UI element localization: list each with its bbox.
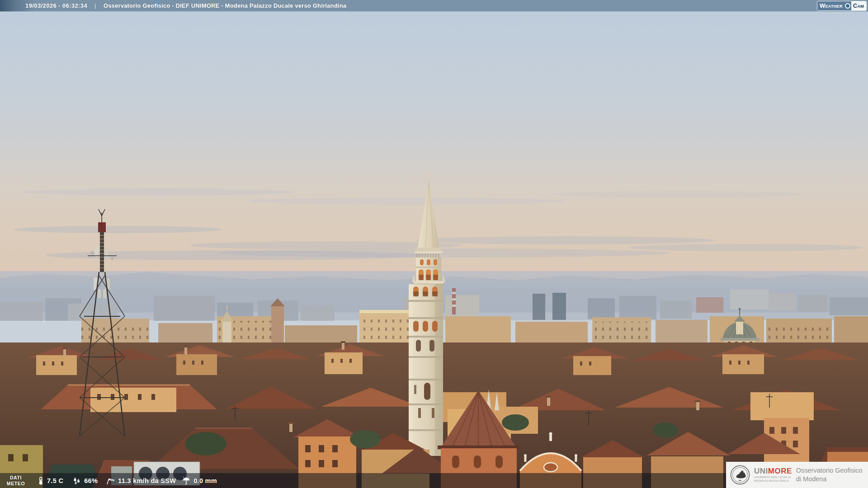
wind-reading: 11.3 km/h da SSW [105, 477, 176, 485]
umbrella-icon [182, 476, 191, 485]
unimore-brand-box: UNIMORE UNIVERSITÀ DEGLI STUDI DI MODENA… [726, 462, 868, 488]
top-bar: 19/03/2026 - 06:32:34 | Osservatorio Geo… [0, 0, 868, 12]
temperature-reading: 7.5 C [37, 476, 63, 485]
webcam-scene [0, 0, 868, 488]
camera-lens-icon [844, 1, 851, 10]
humidity-reading: 66% [72, 477, 98, 485]
weathercam-logo-weather: Weather [817, 1, 844, 10]
unimore-subtitle-line1: UNIVERSITÀ DEGLI STUDI DI [754, 476, 792, 479]
windsock-icon [105, 477, 115, 485]
unimore-more: MORE [768, 467, 792, 475]
unimore-wordmark: UNIMORE UNIVERSITÀ DEGLI STUDI DI MODENA… [754, 467, 792, 483]
thermometer-icon [37, 476, 44, 485]
weathercam-logo-cam: Cam [851, 1, 866, 10]
weather-data-label: DATI METEO [5, 475, 27, 486]
unimore-subtitle-line2: MODENA E REGGIO EMILIA [754, 479, 792, 483]
raindrops-icon [72, 477, 81, 485]
weathercam-logo: Weather Cam [817, 1, 867, 11]
page-title: Osservatorio Geofisico - DIEF UNIMORE - … [104, 2, 346, 9]
rain-reading: 0.0 mm [182, 476, 217, 485]
timestamp: 19/03/2026 - 06:32:34 [25, 2, 87, 9]
webcam-view: 19/03/2026 - 06:32:34 | Osservatorio Geo… [0, 0, 868, 488]
separator: | [94, 2, 96, 9]
unimore-uni: UNI [754, 467, 768, 475]
observatory-name: Osservatorio Geofisico di Modena [796, 466, 863, 483]
unimore-seal-icon [730, 465, 750, 485]
